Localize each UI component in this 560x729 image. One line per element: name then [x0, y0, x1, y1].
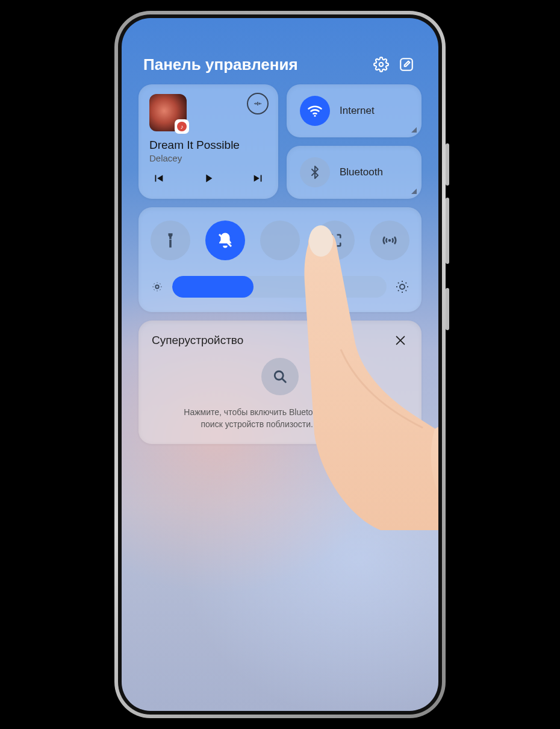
edit-icon	[399, 57, 414, 72]
bluetooth-toggle[interactable]	[300, 157, 330, 187]
svg-point-5	[155, 285, 159, 289]
svg-point-6	[400, 284, 405, 289]
search-icon	[272, 368, 288, 385]
side-button	[446, 198, 449, 264]
skip-next-icon	[252, 172, 265, 185]
svg-point-0	[379, 63, 384, 67]
internet-label: Internet	[340, 105, 375, 117]
side-button	[446, 288, 449, 330]
brightness-low-icon	[151, 280, 164, 293]
cast-audio-icon	[252, 98, 263, 109]
edit-button[interactable]	[396, 54, 417, 75]
track-artist: Delacey	[149, 153, 267, 163]
screenshot-toggle[interactable]	[315, 221, 355, 260]
skip-previous-icon	[152, 172, 165, 185]
music-app-badge: ♪	[175, 119, 189, 134]
play-pause-button[interactable]	[202, 172, 215, 185]
expand-indicator-icon	[411, 127, 417, 133]
bluetooth-icon	[308, 165, 322, 180]
close-button[interactable]	[393, 333, 408, 348]
expand-indicator-icon	[411, 189, 417, 194]
toggle-3[interactable]	[260, 221, 300, 260]
super-device-card: Суперустройство Нажмите, чтобы включить …	[138, 321, 422, 444]
screenshot-icon	[326, 232, 343, 249]
next-track-button[interactable]	[252, 172, 265, 185]
bell-off-icon	[216, 231, 234, 249]
screen: Панель управления ♪	[122, 18, 438, 711]
previous-track-button[interactable]	[152, 172, 165, 185]
play-icon	[202, 172, 215, 185]
settings-button[interactable]	[371, 54, 391, 75]
side-button	[446, 143, 449, 186]
nfc-icon	[381, 231, 399, 249]
super-device-title: Суперустройство	[152, 334, 243, 347]
bluetooth-label: Bluetooth	[340, 166, 383, 178]
brightness-slider-row	[151, 276, 409, 298]
control-panel-header: Панель управления	[122, 18, 438, 84]
internet-tile[interactable]: Internet	[287, 84, 422, 137]
phone-frame: Панель управления ♪	[114, 11, 446, 718]
track-title: Dream It Possible	[149, 139, 267, 152]
wifi-icon	[306, 102, 323, 119]
svg-point-4	[388, 239, 391, 242]
learn-more-link[interactable]: Подробнее	[316, 419, 359, 429]
album-art: ♪	[149, 94, 187, 131]
nfc-toggle[interactable]	[370, 221, 409, 260]
media-player-card[interactable]: ♪ Dream It Possible Delacey	[138, 84, 278, 199]
music-note-icon: ♪	[177, 122, 187, 131]
quick-toggles-panel	[138, 207, 422, 312]
bluetooth-tile[interactable]: Bluetooth	[287, 146, 422, 199]
flashlight-icon	[162, 232, 179, 249]
brightness-slider[interactable]	[172, 276, 387, 298]
close-icon	[394, 334, 407, 347]
super-device-hint: Нажмите, чтобы включить Bluetooth и выпо…	[152, 406, 408, 431]
wifi-toggle[interactable]	[300, 96, 330, 126]
svg-point-2	[314, 115, 316, 117]
brightness-high-icon	[395, 280, 409, 294]
flashlight-toggle[interactable]	[151, 221, 190, 260]
page-title: Панель управления	[143, 55, 366, 74]
svg-rect-1	[400, 58, 412, 70]
mute-notifications-toggle[interactable]	[205, 221, 245, 260]
brightness-slider-fill	[172, 276, 254, 298]
search-devices-button[interactable]	[261, 358, 299, 395]
gear-icon	[373, 57, 389, 72]
audio-output-button[interactable]	[247, 93, 269, 114]
